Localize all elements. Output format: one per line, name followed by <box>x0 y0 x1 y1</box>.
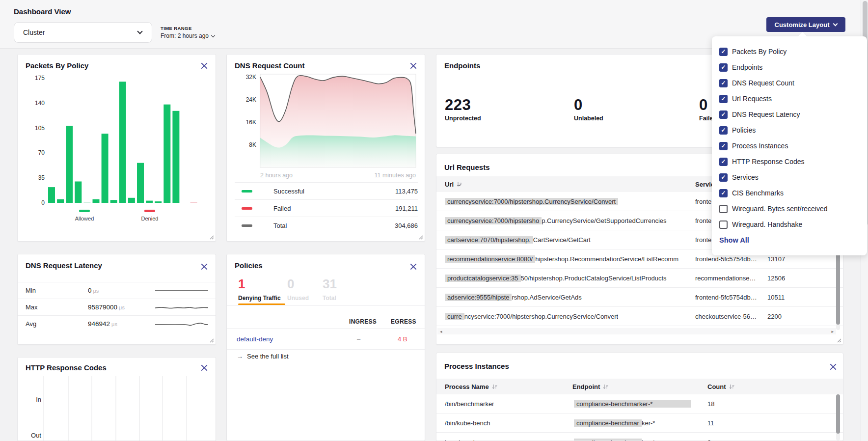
endpoints-stat-unlabeled: 0 Unlabeled <box>574 96 603 122</box>
checked-checkbox-icon[interactable]: ✓ <box>719 142 728 150</box>
menu-item-wireguard-handshake[interactable]: Wireguard. Handshake <box>712 217 867 232</box>
svg-text:105: 105 <box>35 125 45 132</box>
policies-tab-denying-traffic[interactable]: 1Denying Traffic <box>238 276 281 302</box>
latency-unit: μs <box>93 288 99 294</box>
menu-item-packets-by-policy[interactable]: ✓Packets By Policy <box>712 44 867 59</box>
menu-item-http-response-codes[interactable]: ✓HTTP Response Codes <box>712 154 867 169</box>
menu-item-services[interactable]: ✓Services <box>712 169 867 185</box>
url-cell: currencyservice:7000/hipstershop.Currenc… <box>445 313 618 320</box>
resize-handle-icon[interactable] <box>210 338 214 343</box>
unchecked-checkbox-icon[interactable] <box>719 220 728 229</box>
checked-checkbox-icon[interactable]: ✓ <box>719 110 728 119</box>
bar <box>75 182 81 203</box>
customize-layout-button[interactable]: Customize Layout <box>766 17 845 32</box>
count-cell: 18 <box>707 400 714 408</box>
checked-checkbox-icon[interactable]: ✓ <box>719 63 728 72</box>
count-cell: 12506 <box>767 275 785 282</box>
menu-items: ✓Packets By Policy✓Endpoints✓DNS Request… <box>712 44 867 232</box>
process-instance-row: /bin/benchmarkercompliance-benchmarker-*… <box>436 394 843 413</box>
menu-item-label: HTTP Response Codes <box>732 158 805 165</box>
scroll-left-icon[interactable]: ◂ <box>440 329 442 334</box>
service-cell: checkoutservice-56… <box>695 313 757 320</box>
svg-text:Denied: Denied <box>141 216 159 221</box>
checked-checkbox-icon[interactable]: ✓ <box>719 126 728 135</box>
svg-text:Allowed: Allowed <box>75 216 94 221</box>
highlighted-text: cartservice:7070/hipstershop. <box>445 236 533 244</box>
active-tab-underline <box>238 303 285 305</box>
show-all-link[interactable]: Show All <box>719 236 867 244</box>
process-name-cell: /bin/benchmarker <box>445 400 494 408</box>
process-instances-card: Process Instances Process NameEndpointCo… <box>436 353 843 441</box>
checked-checkbox-icon[interactable]: ✓ <box>719 173 728 182</box>
process-instances-table-header: Process NameEndpointCount <box>436 379 843 394</box>
url-cell: recommendationservice:8080/hipstershop.R… <box>445 255 678 263</box>
menu-item-url-requests[interactable]: ✓Url Requests <box>712 91 867 107</box>
menu-item-cis-benchmarks[interactable]: ✓CIS Benchmarks <box>712 185 867 201</box>
see-full-list-link[interactable]: → See the full list <box>237 353 289 360</box>
menu-item-process-instances[interactable]: ✓Process Instances <box>712 138 867 154</box>
horizontal-scrollbar[interactable]: ◂▸ <box>437 328 836 334</box>
close-icon[interactable] <box>409 263 417 271</box>
count-cell: 13107 <box>767 255 785 263</box>
highlighted-text: adservice:9555/hipste <box>445 294 512 301</box>
card-title: Policies <box>235 261 263 270</box>
tab-value: 0 <box>287 276 309 292</box>
checked-checkbox-icon[interactable]: ✓ <box>719 158 728 166</box>
customize-layout-menu: ✓Packets By Policy✓Endpoints✓DNS Request… <box>712 36 867 255</box>
vertical-scrollbar[interactable] <box>836 394 840 441</box>
ingress-header: INGRESS <box>349 318 377 325</box>
endpoint-column-header[interactable]: Endpoint <box>572 383 608 390</box>
sparkline-chart <box>154 321 209 328</box>
resize-handle-icon[interactable] <box>837 338 841 343</box>
card-title: Endpoints <box>444 61 480 70</box>
checked-checkbox-icon[interactable]: ✓ <box>719 48 728 56</box>
checked-checkbox-icon[interactable]: ✓ <box>719 79 728 87</box>
latency-label: Min <box>26 287 36 294</box>
menu-item-endpoints[interactable]: ✓Endpoints <box>712 59 867 75</box>
checked-checkbox-icon[interactable]: ✓ <box>719 189 728 197</box>
resize-handle-icon[interactable] <box>419 235 423 240</box>
bar <box>102 134 108 203</box>
menu-item-policies[interactable]: ✓Policies <box>712 122 867 138</box>
menu-item-dns-request-latency[interactable]: ✓DNS Request Latency <box>712 107 867 122</box>
svg-text:24K: 24K <box>246 96 256 103</box>
menu-item-dns-request-count[interactable]: ✓DNS Request Count <box>712 75 867 91</box>
policies-tab-unused[interactable]: 0Unused <box>287 276 309 302</box>
svg-text:32K: 32K <box>246 74 256 81</box>
menu-item-wireguard-bytes-sent-received[interactable]: Wireguard. Bytes sent/received <box>712 201 867 217</box>
count-column-header[interactable]: Count <box>707 383 734 390</box>
close-icon[interactable] <box>200 263 208 271</box>
close-icon[interactable] <box>829 363 837 371</box>
scroll-right-icon[interactable]: ▸ <box>831 329 834 334</box>
latency-unit: μs <box>111 321 117 327</box>
dns-request-count-card: DNS Request Count 32K24K16K8K2 hours ago… <box>226 54 425 242</box>
menu-item-label: DNS Request Latency <box>732 110 800 118</box>
dns-request-count-chart: 32K24K16K8K2 hours ago11 minutes ago <box>227 55 426 180</box>
svg-text:16K: 16K <box>246 119 256 126</box>
url-request-row: currencyservice:7000/hipstershop.Currenc… <box>436 307 843 326</box>
tab-label: Total <box>323 295 337 302</box>
view-selector-value: Cluster <box>23 28 45 36</box>
card-title: DNS Request Latency <box>26 261 102 270</box>
url-request-row: productcatalogservice:3550/hipstershop.P… <box>436 269 843 288</box>
resize-handle-icon[interactable] <box>210 235 214 240</box>
url-cell: currencyservice:7000/hipstershop.Currenc… <box>445 198 618 205</box>
sparkline-chart <box>154 304 209 311</box>
checked-checkbox-icon[interactable]: ✓ <box>719 95 728 103</box>
header-label: Count <box>707 383 726 390</box>
service-cell: frontend-5fc5754db… <box>695 255 757 263</box>
policy-name-link[interactable]: default-deny <box>237 335 273 343</box>
tab-label: Unused <box>287 295 309 302</box>
highlighted-text: currencyservice:7000/hipstersho <box>445 217 542 224</box>
menu-item-label: Wireguard. Bytes sent/received <box>732 205 828 213</box>
policies-tab-total[interactable]: 31Total <box>323 276 337 302</box>
menu-item-label: Packets By Policy <box>732 48 787 55</box>
url-column-header[interactable]: Url <box>445 181 462 188</box>
card-title: Process Instances <box>444 362 509 370</box>
time-range-from[interactable]: From: 2 hours ago <box>161 32 215 39</box>
view-selector[interactable]: Cluster <box>14 22 152 43</box>
unchecked-checkbox-icon[interactable] <box>719 205 728 213</box>
menu-item-label: Wireguard. Handshake <box>732 220 802 228</box>
legend-label: Failed <box>273 205 291 212</box>
process-name-column-header[interactable]: Process Name <box>445 383 497 390</box>
